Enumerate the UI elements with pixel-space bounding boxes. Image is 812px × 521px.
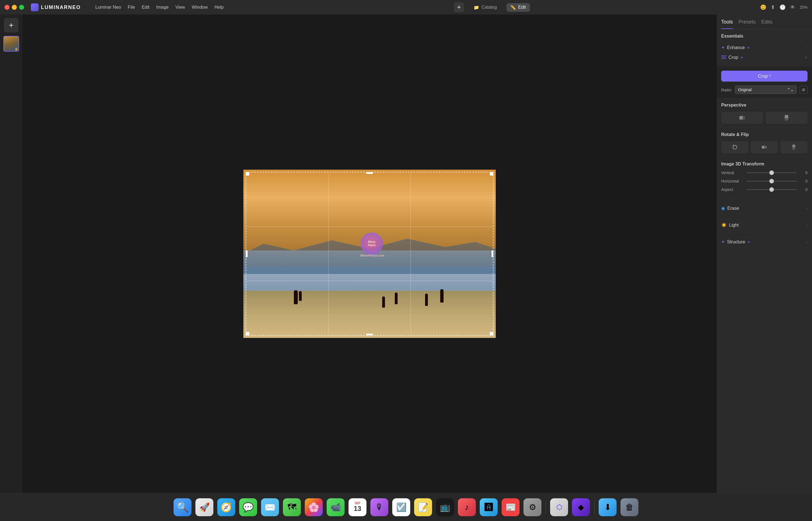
light-chevron-icon: › [806, 223, 808, 227]
svg-rect-0 [739, 116, 742, 119]
menu-help[interactable]: Help [214, 5, 224, 10]
dock-luminar[interactable]: ⬡ [549, 497, 569, 517]
photo-container: MinorPatch MinorPatch.com [243, 169, 496, 338]
dock-appstore[interactable]: 🅰 [479, 497, 498, 517]
dock-settings[interactable]: ⚙ [523, 497, 542, 517]
crop-tool-name: ⌧ Crop AI [721, 55, 743, 60]
photo-thumbnail[interactable]: 🔒 [3, 36, 19, 52]
dock-messages[interactable]: 💬 [238, 497, 258, 517]
dock-download[interactable]: ⬇ [598, 497, 618, 517]
vertical-slider-thumb[interactable] [769, 171, 774, 175]
edit-button[interactable]: ✏️ Edit [506, 3, 530, 12]
podcasts-icon: 🎙 [370, 498, 388, 516]
enhance-tool-name: ✦ Enhance AI [721, 45, 749, 50]
close-button[interactable] [4, 5, 9, 10]
flip-v-button[interactable] [780, 141, 808, 153]
panel-tabs: Tools Presets Edits [717, 15, 812, 29]
crop-tool-row[interactable]: ⌧ Crop AI ∨ [721, 52, 808, 62]
vertical-slider-track[interactable] [746, 172, 797, 173]
crop-apply-button[interactable]: Crop ᵃ [721, 71, 808, 82]
dock-news[interactable]: 📰 [501, 497, 520, 517]
structure-section: ✦ Structure AI › [717, 233, 812, 250]
light-tool-row[interactable]: ☀️ Light › [721, 220, 808, 230]
dock: 🔍 🚀 🧭 💬 ✉️ 🗺 🌸 📹 SEP 13 🎙 ☑️ 📝 📺 ♪ [0, 493, 812, 521]
dock-facetime[interactable]: 📹 [326, 497, 345, 517]
crop-icon: ⌧ [721, 55, 726, 60]
menu-window[interactable]: Window [192, 5, 208, 10]
menu-image[interactable]: Image [156, 5, 168, 10]
svg-rect-1 [742, 116, 745, 119]
horizontal-slider-row: Horizontal 0 [721, 179, 808, 183]
tab-tools[interactable]: Tools [721, 19, 733, 29]
aspect-slider-thumb[interactable] [769, 187, 774, 192]
enhance-tool-row[interactable]: ✦ Enhance AI › [721, 43, 808, 52]
eye-icon[interactable]: 👁 [790, 4, 795, 10]
trash-icon: 🗑 [621, 498, 639, 516]
dock-maps[interactable]: 🗺 [282, 497, 302, 517]
panel-add-button[interactable]: + [4, 18, 19, 32]
download-icon: ⬇ [599, 498, 617, 516]
dock-darkroom[interactable]: ◆ [571, 497, 591, 517]
tab-edits[interactable]: Edits [761, 19, 772, 29]
dock-separator-2 [594, 500, 595, 514]
perspective-horizontal-button[interactable] [721, 112, 763, 124]
aspect-slider-track[interactable] [746, 189, 797, 190]
dock-mail[interactable]: ✉️ [260, 497, 280, 517]
rotate-cw-button[interactable] [721, 141, 748, 153]
structure-tool-row[interactable]: ✦ Structure AI › [721, 237, 808, 247]
ratio-select[interactable]: Original ⌃⌄ [735, 86, 797, 94]
maximize-button[interactable] [19, 5, 24, 10]
svg-rect-4 [785, 118, 788, 120]
beach-sand [243, 291, 496, 338]
dock-notes[interactable]: 📝 [413, 497, 433, 517]
facetime-icon: 📹 [327, 498, 345, 516]
tab-presets[interactable]: Presets [739, 19, 756, 29]
horizontal-slider-track[interactable] [746, 181, 797, 182]
menu-file[interactable]: File [128, 5, 135, 10]
erase-tool-row[interactable]: ◉ Erase › [721, 203, 808, 213]
minimize-button[interactable] [12, 5, 17, 10]
dock-finder[interactable]: 🔍 [173, 497, 192, 517]
dock-podcasts[interactable]: 🎙 [370, 497, 389, 517]
safari-icon: 🧭 [217, 498, 235, 516]
light-label: Light [729, 223, 739, 228]
dock-reminders[interactable]: ☑️ [391, 497, 411, 517]
menu-view[interactable]: View [175, 5, 185, 10]
main-content: + 🔒 MinorPatch [0, 15, 812, 493]
dock-photos[interactable]: 🌸 [304, 497, 324, 517]
person-silhouette [382, 296, 385, 308]
dock-trash[interactable]: 🗑 [620, 497, 639, 517]
flip-h-button[interactable] [750, 141, 778, 153]
ratio-grid-button[interactable]: ⊞ [800, 86, 808, 94]
catalog-button[interactable]: 📁 Catalog [470, 3, 501, 12]
finder-icon: 🔍 [173, 498, 191, 516]
essentials-title: Essentials [721, 33, 808, 39]
dock-music[interactable]: ♪ [457, 497, 477, 517]
horizontal-slider-value: 0 [800, 179, 808, 183]
erase-label: Erase [727, 206, 739, 211]
perspective-vertical-button[interactable] [765, 112, 808, 124]
appletv-icon: 📺 [436, 498, 454, 516]
watermark-text: MinorPatch [368, 240, 375, 247]
horizontal-slider-thumb[interactable] [769, 179, 774, 183]
dock-appletv[interactable]: 📺 [435, 497, 455, 517]
add-button[interactable]: + [454, 2, 464, 12]
ratio-row: Ratio: Original ⌃⌄ ⊞ [721, 86, 808, 94]
appstore-icon: 🅰 [480, 498, 498, 516]
structure-ai-badge: AI [747, 241, 750, 243]
ratio-label: Ratio: [721, 88, 732, 92]
dock-calendar[interactable]: SEP 13 [348, 497, 367, 517]
perspective-buttons [721, 112, 808, 124]
luminar-icon: ⬡ [550, 498, 568, 516]
dock-launchpad[interactable]: 🚀 [194, 497, 214, 517]
menu-luminar-neo[interactable]: Luminar Neo [95, 5, 121, 10]
share-icon[interactable]: ⬆ [771, 4, 775, 10]
crop-ai-badge: AI [741, 56, 743, 59]
dock-safari[interactable]: 🧭 [216, 497, 236, 517]
crop-expanded-panel: Crop ᵃ Ratio: Original ⌃⌄ ⊞ [717, 67, 812, 98]
enhance-ai-badge: AI [747, 46, 749, 49]
image-3d-transform-section: Image 3D Transform Vertical 0 Horizontal… [717, 157, 812, 200]
emoji-icon[interactable]: 😊 [760, 4, 766, 10]
menu-edit[interactable]: Edit [142, 5, 149, 10]
history-icon[interactable]: 🕐 [780, 4, 786, 10]
